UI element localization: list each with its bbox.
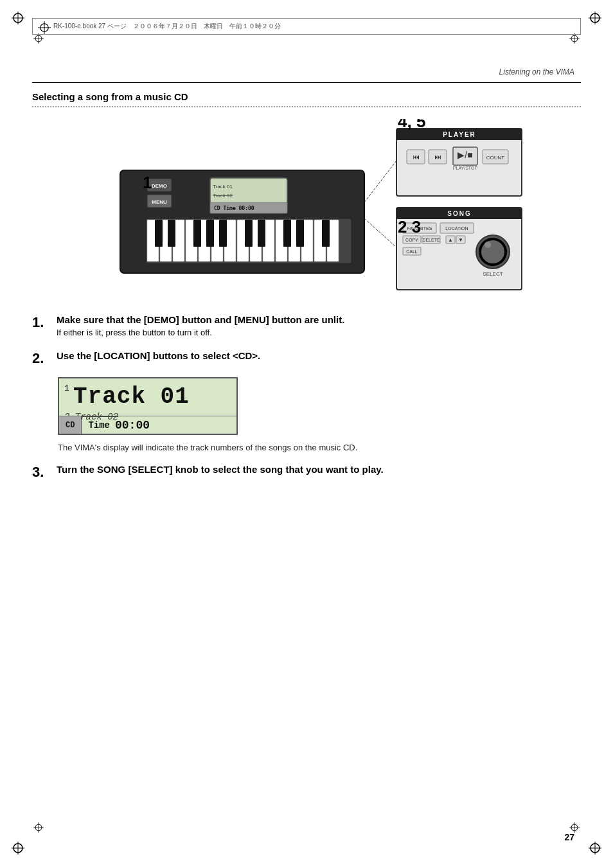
lcd-time-label: Time: [88, 420, 110, 430]
svg-line-104: [364, 161, 396, 202]
lcd-cd-label: CD: [59, 416, 82, 434]
registration-mark-bl: [12, 842, 24, 856]
svg-text:CALL: CALL: [406, 249, 418, 254]
lcd-time-area: Time 00:00: [82, 416, 156, 434]
svg-text:▶/■: ▶/■: [458, 150, 472, 160]
section-heading: Selecting a song from a music CD: [32, 91, 581, 102]
svg-text:Track 02: Track 02: [213, 193, 233, 199]
step-2-main-text: Use the [LOCATION] buttons to select <CD…: [57, 350, 581, 361]
step-1-content: Make sure that the [DEMO] button and [ME…: [57, 314, 581, 340]
svg-point-99: [484, 242, 491, 248]
header-reg-mark: [38, 21, 48, 31]
svg-text:+: +: [506, 249, 509, 255]
svg-rect-49: [245, 220, 253, 247]
svg-text:COPY: COPY: [405, 238, 418, 242]
lcd-caption: The VIMA's display will indicate the tra…: [58, 443, 581, 452]
svg-text:DELETE: DELETE: [422, 238, 440, 242]
lcd-bottom-bar: CD Time 00:00: [59, 416, 236, 434]
svg-text:▼: ▼: [458, 237, 463, 243]
svg-text:LOCATION: LOCATION: [445, 226, 468, 231]
svg-text:MENU: MENU: [152, 199, 167, 205]
svg-text:4, 5: 4, 5: [398, 119, 425, 131]
device-svg: Track 01 Track 02 CD Time 00:00 DEMO MEN…: [82, 119, 531, 299]
lcd-display: 1 Track 01 2 Track 02 CD Time 00:00: [58, 377, 238, 435]
step-2-number: 2.: [32, 350, 51, 367]
device-illustration: Track 01 Track 02 CD Time 00:00 DEMO MEN…: [82, 119, 531, 299]
lcd-time-value: 00:00: [115, 419, 150, 432]
svg-text:SELECT: SELECT: [483, 271, 502, 277]
svg-rect-46: [193, 220, 201, 247]
svg-rect-50: [258, 220, 265, 247]
svg-line-105: [364, 218, 396, 247]
svg-rect-52: [296, 220, 304, 247]
svg-text:2   3: 2 3: [398, 217, 421, 236]
file-header: RK-100-e.book 27 ページ ２００６年７月２０日 木曜日 午前１０…: [32, 18, 581, 35]
registration-mark-tr: [589, 12, 601, 26]
lcd-track1-number: 1: [64, 384, 69, 393]
step-1: 1. Make sure that the [DEMO] button and …: [32, 314, 581, 340]
svg-text:PLAYER: PLAYER: [443, 131, 476, 138]
svg-text:Track 01: Track 01: [213, 184, 233, 190]
svg-text:CD  Time 00:00: CD Time 00:00: [214, 205, 254, 211]
svg-rect-48: [219, 220, 227, 247]
svg-rect-45: [168, 220, 175, 247]
inner-reg-mark-bl: [32, 821, 45, 836]
svg-text:−: −: [477, 249, 481, 255]
svg-rect-44: [155, 220, 163, 247]
main-content: Selecting a song from a music CD: [32, 84, 581, 492]
step-2: 2. Use the [LOCATION] buttons to select …: [32, 350, 581, 367]
svg-rect-47: [206, 220, 214, 247]
registration-mark-br: [589, 842, 601, 856]
svg-text:COUNT: COUNT: [486, 155, 505, 161]
step-1-main-text: Make sure that the [DEMO] button and [ME…: [57, 314, 581, 325]
top-divider: [32, 82, 581, 83]
section-label: Listening on the VIMA: [499, 67, 574, 76]
registration-mark-tl: [12, 12, 24, 26]
step-3-content: Turn the SONG [SELECT] knob to select th…: [57, 464, 581, 477]
device-image-container: Track 01 Track 02 CD Time 00:00 DEMO MEN…: [32, 119, 581, 299]
step-3-number: 3.: [32, 464, 51, 481]
step-3: 3. Turn the SONG [SELECT] knob to select…: [32, 464, 581, 481]
step-1-number: 1.: [32, 314, 51, 331]
dotted-divider: [32, 106, 581, 107]
header-file-info: RK-100-e.book 27 ページ ２００６年７月２０日 木曜日 午前１０…: [53, 22, 281, 31]
svg-text:⏭: ⏭: [434, 153, 441, 161]
svg-text:PLAY/STOP: PLAY/STOP: [453, 166, 478, 170]
svg-text:DEMO: DEMO: [152, 183, 167, 189]
svg-text:▲: ▲: [448, 237, 453, 243]
step-3-main-text: Turn the SONG [SELECT] knob to select th…: [57, 464, 581, 475]
step-2-content: Use the [LOCATION] buttons to select <CD…: [57, 350, 581, 364]
svg-rect-53: [322, 220, 330, 247]
page-number: 27: [564, 832, 574, 842]
svg-text:SONG: SONG: [447, 210, 471, 217]
svg-text:1: 1: [143, 173, 152, 192]
lcd-track1-name: Track 01: [73, 384, 190, 410]
step-1-sub-text: If either is lit, press the button to tu…: [57, 328, 581, 337]
svg-rect-51: [283, 220, 291, 247]
svg-text:⏮: ⏮: [413, 153, 420, 161]
